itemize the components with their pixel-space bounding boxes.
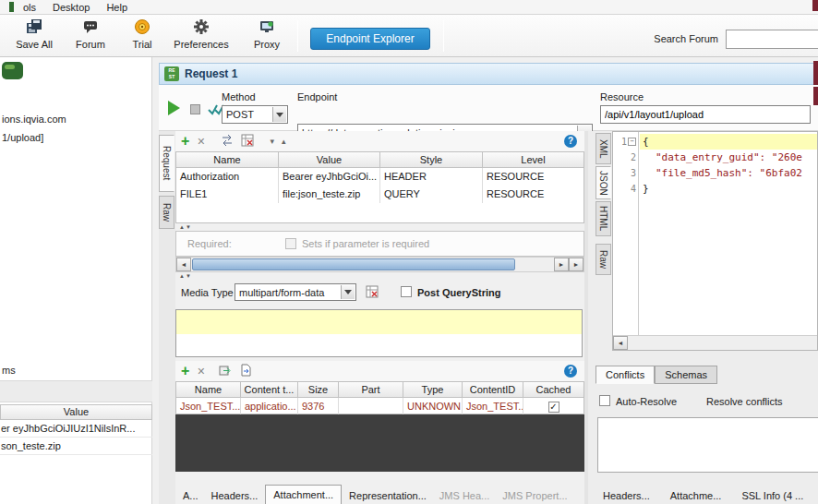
tab-attachments[interactable]: Attachment... bbox=[265, 485, 342, 504]
trial-button[interactable]: Trial bbox=[120, 18, 164, 50]
column-header-level[interactable]: Level bbox=[483, 152, 583, 168]
scrollbar-thumb[interactable] bbox=[192, 258, 515, 270]
save-all-button[interactable]: Save All bbox=[7, 18, 61, 50]
param-row[interactable]: FILE1 file:json_teste.zip QUERY RESOURCE bbox=[176, 186, 583, 203]
code-area[interactable]: { "data_entry_guid": "260e "file_md5_has… bbox=[640, 132, 817, 197]
property-row[interactable]: son_teste.zip bbox=[0, 438, 152, 455]
tab-jms-headers[interactable]: JMS Hea... bbox=[434, 487, 495, 504]
param-level[interactable]: RESOURCE bbox=[483, 168, 583, 186]
param-style[interactable]: HEADER bbox=[380, 168, 483, 186]
param-row[interactable]: Authorization Bearer eyJhbGciOi... HEADE… bbox=[176, 168, 583, 186]
scroll-right-icon[interactable]: ► bbox=[554, 258, 569, 271]
properties-value-header[interactable]: Value bbox=[0, 404, 152, 420]
scroll-left-icon[interactable]: ◄ bbox=[176, 258, 191, 271]
resource-input[interactable] bbox=[600, 105, 811, 124]
stop-button[interactable] bbox=[190, 104, 200, 114]
request-body-editor[interactable] bbox=[175, 309, 583, 357]
auto-resolve-checkbox[interactable] bbox=[599, 395, 610, 406]
attachment-type[interactable]: UNKNOWN bbox=[403, 398, 463, 415]
project-icon[interactable] bbox=[2, 61, 25, 83]
menu-item-desktop[interactable]: Desktop bbox=[53, 2, 90, 13]
params-horizontal-scrollbar[interactable]: ◄ ► ► bbox=[175, 257, 584, 272]
menu-item-tools[interactable]: ols bbox=[23, 2, 36, 13]
editor-horizontal-scrollbar[interactable]: ◄ bbox=[613, 335, 817, 350]
attachment-contentid[interactable]: Json_TEST... bbox=[463, 398, 523, 415]
body-caret-line[interactable] bbox=[176, 310, 582, 334]
tab-representations[interactable]: Representation... bbox=[343, 487, 432, 504]
menu-item-help[interactable]: Help bbox=[106, 2, 127, 13]
param-value[interactable]: file:json_teste.zip bbox=[279, 186, 380, 203]
json-editor[interactable]: 1− 2 3 4 { "data_entry_guid": "260e "fil… bbox=[612, 131, 818, 351]
post-querystring-checkbox[interactable] bbox=[401, 286, 412, 297]
column-header-contentid[interactable]: ContentID bbox=[463, 382, 523, 398]
tab-headers[interactable]: Headers... bbox=[206, 487, 264, 504]
tab-schemas[interactable]: Schemas bbox=[655, 366, 717, 384]
remove-attachment-icon[interactable]: ✕ bbox=[197, 366, 205, 378]
endpoint-explorer-button[interactable]: Endpoint Explorer bbox=[310, 28, 430, 50]
column-header-part[interactable]: Part bbox=[339, 382, 403, 398]
param-name[interactable]: Authorization bbox=[176, 168, 279, 186]
column-header-size[interactable]: Size bbox=[298, 382, 339, 398]
scroll-right-icon[interactable]: ► bbox=[569, 258, 583, 271]
attachment-content-type[interactable]: applicatio... bbox=[241, 398, 298, 415]
splitter-handle[interactable]: ▲▼ bbox=[175, 223, 192, 231]
forum-button[interactable]: Forum bbox=[65, 18, 116, 50]
param-value[interactable]: Bearer eyJhbGciOi... bbox=[279, 168, 380, 186]
tab-json[interactable]: JSON bbox=[595, 166, 611, 199]
column-header-type[interactable]: Type bbox=[403, 382, 463, 398]
param-style[interactable]: QUERY bbox=[380, 186, 483, 203]
attachment-part[interactable] bbox=[339, 398, 403, 415]
tab-auth[interactable]: A... bbox=[177, 487, 204, 504]
conflicts-list[interactable] bbox=[597, 417, 818, 473]
navigator-splitter[interactable] bbox=[0, 380, 152, 402]
tree-item-endpoint[interactable]: ions.iqvia.com bbox=[2, 111, 150, 127]
help-icon[interactable]: ? bbox=[564, 365, 577, 378]
column-header-cached[interactable]: Cached bbox=[523, 382, 583, 398]
preferences-button[interactable]: Preferences bbox=[166, 18, 236, 50]
help-icon[interactable]: ? bbox=[564, 135, 577, 148]
column-header-content-type[interactable]: Content t... bbox=[241, 382, 298, 398]
add-attachment-icon[interactable]: + bbox=[181, 365, 189, 378]
param-name[interactable]: FILE1 bbox=[176, 186, 279, 203]
attachment-name[interactable]: Json_TEST... bbox=[176, 398, 241, 415]
tab-response-attachments[interactable]: Attachme... bbox=[665, 487, 728, 504]
reload-attachment-icon[interactable] bbox=[239, 364, 252, 378]
clear-params-icon[interactable] bbox=[241, 134, 254, 149]
column-header-name[interactable]: Name bbox=[176, 382, 241, 398]
media-type-select[interactable]: multipart/form-data bbox=[235, 283, 356, 301]
attachment-row[interactable]: Json_TEST... applicatio... 9376 UNKNOWN … bbox=[176, 398, 583, 415]
search-forum-input[interactable] bbox=[726, 30, 818, 49]
tab-request[interactable]: Request bbox=[159, 135, 174, 192]
tab-response-headers[interactable]: Headers... bbox=[597, 487, 656, 504]
move-up-icon[interactable]: ▴ bbox=[282, 137, 286, 146]
tab-raw[interactable]: Raw bbox=[159, 196, 174, 229]
update-params-icon[interactable] bbox=[221, 134, 234, 149]
tab-xml[interactable]: XML bbox=[595, 133, 611, 164]
scroll-left-icon[interactable]: ◄ bbox=[613, 336, 628, 350]
request-window-titlebar[interactable]: REST Request 1 bbox=[159, 63, 818, 85]
tab-html[interactable]: HTML bbox=[595, 201, 611, 236]
tab-raw-content[interactable]: Raw bbox=[595, 244, 611, 275]
proxy-button[interactable]: Proxy bbox=[242, 18, 292, 50]
add-param-icon[interactable]: + bbox=[181, 135, 189, 148]
remove-param-icon[interactable]: ✕ bbox=[197, 136, 205, 148]
tree-item-resource[interactable]: 1/upload] bbox=[2, 129, 150, 146]
tab-conflicts[interactable]: Conflicts bbox=[595, 366, 655, 384]
param-level[interactable]: RESOURCE bbox=[483, 186, 583, 203]
method-select[interactable]: POST bbox=[222, 105, 288, 124]
cached-checkbox[interactable]: ✓ bbox=[548, 402, 559, 413]
export-attachment-icon[interactable] bbox=[219, 364, 232, 378]
column-header-name[interactable]: Name bbox=[176, 152, 279, 168]
column-header-style[interactable]: Style bbox=[380, 152, 483, 168]
move-down-icon[interactable]: ▾ bbox=[271, 137, 275, 146]
column-header-value[interactable]: Value bbox=[279, 152, 380, 168]
attachment-size[interactable]: 9376 bbox=[298, 398, 339, 415]
required-checkbox[interactable] bbox=[285, 238, 296, 249]
tab-jms-properties[interactable]: JMS Propert... bbox=[497, 487, 572, 504]
media-type-table-icon[interactable] bbox=[366, 285, 379, 300]
tab-ssl-info[interactable]: SSL Info (4 ... bbox=[736, 487, 809, 504]
fold-icon[interactable]: − bbox=[628, 138, 636, 146]
run-button[interactable] bbox=[168, 101, 180, 115]
splitter-handle[interactable]: ▲▼ bbox=[175, 272, 192, 280]
property-row[interactable]: er eyJhbGciOiJIUzI1NilsInR... bbox=[0, 420, 152, 438]
